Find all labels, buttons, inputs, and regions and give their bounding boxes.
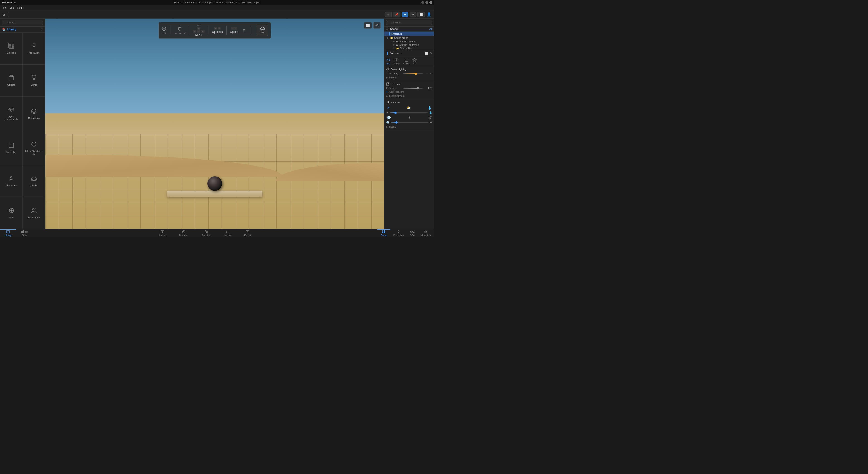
library-item-materials[interactable]: Materials (0, 33, 23, 64)
library-item-user[interactable]: User library (23, 197, 45, 229)
left-search-input[interactable] (2, 20, 43, 25)
move-tool[interactable]: Pan W A S D Move (193, 24, 205, 36)
exposure-slider[interactable] (403, 88, 423, 89)
user-profile-button[interactable]: 👤 (427, 12, 431, 17)
global-lighting-title[interactable]: Global lighting (386, 68, 432, 71)
split-view-btn[interactable]: ⬜ (364, 22, 372, 29)
bottom-tab-viewsets[interactable]: View Sets (418, 229, 434, 237)
bottom-tab-xyz[interactable]: XYZ XYZ (407, 229, 417, 237)
speed-control[interactable]: 1 - 6 Speed (230, 27, 238, 33)
bottom-tab-media[interactable]: Media (220, 229, 235, 237)
scene-graph-starting-base[interactable]: 👁 📁 Starting Base (384, 47, 434, 50)
key-s: S (197, 30, 200, 33)
eye-icon-ground[interactable]: 👁 (393, 40, 395, 43)
bottom-tab-scene[interactable]: Scene (377, 229, 390, 237)
library-item-vegetation[interactable]: Vegetation (23, 33, 45, 64)
weather-slider-1[interactable] (390, 112, 428, 113)
auto-exposure-toggle[interactable]: ● (386, 90, 388, 93)
svg-rect-67 (21, 231, 22, 233)
viewport-area[interactable]: Orbit Look around Pan W A S D M (45, 19, 384, 229)
scene-graph-starting-landscape[interactable]: 👁 🏔 Starting Landscape (384, 43, 434, 47)
time-of-day-slider[interactable] (403, 73, 423, 74)
library-item-objects[interactable]: Objects (0, 65, 23, 96)
ambience-tab-env[interactable]: Env (386, 58, 390, 65)
weather-rain-btn[interactable]: 💧 (427, 106, 432, 110)
look-around-tool[interactable]: Look around (174, 26, 185, 34)
scene-all-btn[interactable]: All (430, 28, 432, 30)
bottom-tab-populate[interactable]: Populate (197, 229, 215, 237)
toolbar-center: ↔ 📌 ✛ ⚙ ⬜ (385, 12, 425, 17)
ambience-header: ▐ Ambience ⬜ 👁 (384, 50, 434, 56)
bottom-tab-library[interactable]: Library (0, 229, 16, 237)
global-lighting-details[interactable]: ▶ Details (386, 76, 432, 80)
home-button[interactable]: ⌂ (3, 12, 5, 17)
tools-icon (8, 207, 14, 215)
lights-icon (31, 75, 37, 82)
camera-icon: ⬜ (420, 13, 423, 16)
weather-cloud-btn[interactable]: ⛅ (406, 106, 411, 110)
bottom-tab-stats[interactable]: 14 Stats (16, 229, 33, 237)
minimize-btn[interactable] (421, 1, 424, 4)
library-item-hdri[interactable]: HDRI environments (0, 96, 23, 131)
fx-icon (412, 58, 416, 62)
main-toolbar: ⌂ ↔ 📌 ✛ ⚙ ⬜ 👤 (0, 10, 434, 19)
ambience-tab-camera[interactable]: Camera (393, 58, 400, 65)
scene-item-graph[interactable]: ▶ 📁 Scene graph (384, 36, 434, 40)
toolbar-settings-tool[interactable]: ⚙ (409, 12, 416, 17)
ambience-tab-fx[interactable]: FX (412, 58, 416, 65)
viewport-settings-btn[interactable]: ⚙ (243, 29, 246, 32)
vp-sep-5 (251, 26, 251, 35)
library-item-vehicles[interactable]: Vehicles (23, 165, 45, 197)
eye-view-btn[interactable]: 👁 (373, 22, 380, 29)
library-item-substance[interactable]: Adobe Substance 3D (23, 131, 45, 165)
svg-marker-77 (227, 232, 228, 233)
toolbar-select-tool[interactable]: ✛ (402, 12, 408, 17)
ambience-layout-icon[interactable]: ⬜ (425, 52, 428, 55)
menu-file[interactable]: File (2, 6, 6, 9)
eye-icon-base[interactable]: 👁 (393, 47, 395, 50)
menu-help[interactable]: Help (18, 6, 23, 9)
menu-edit[interactable]: Edit (9, 6, 14, 9)
library-item-lights[interactable]: Lights (23, 65, 45, 96)
library-item-megascans[interactable]: Megascans (23, 96, 45, 131)
bottom-tab-properties[interactable]: Properties (390, 229, 407, 237)
orbit-tool[interactable]: Orbit (161, 26, 166, 34)
toolbar-camera-tool[interactable]: ⬜ (417, 12, 425, 17)
weather-wind-btn[interactable]: 💨 (386, 115, 392, 120)
left-panel: 📚 Library ♡ Materials Vegetation (0, 19, 45, 229)
bottom-tab-import[interactable]: Import (155, 229, 170, 237)
scene-item-ambience[interactable]: ▐ Ambience (384, 32, 434, 36)
weather-slider-2[interactable] (391, 122, 428, 123)
sphere (208, 176, 222, 191)
bottom-tab-materials[interactable]: Materials (175, 229, 193, 237)
global-lighting-section: Global lighting Time of day 10:30 ▶ Deta… (384, 66, 434, 81)
weather-storm-btn[interactable]: ⛈ (428, 115, 432, 120)
favorites-icon[interactable]: ♡ (40, 28, 43, 31)
updown-tool[interactable]: F E Up/down (212, 27, 223, 33)
eye-icon-landscape[interactable]: 👁 (393, 44, 395, 46)
svg-point-36 (162, 27, 166, 31)
weather-sun-btn[interactable]: ☀ (386, 106, 391, 110)
exposure-title[interactable]: Exposure (386, 83, 432, 86)
right-search-input[interactable] (386, 20, 432, 25)
local-exposure-row[interactable]: ▶ Local exposure (386, 94, 432, 98)
bottom-tab-export[interactable]: Export (240, 229, 255, 237)
toolbar-move-tool[interactable]: ↔ (385, 12, 392, 17)
expand-icon-weather: ▶ (386, 126, 388, 128)
cloud-button[interactable]: Cloud (257, 25, 268, 36)
weather-title[interactable]: Weather (386, 101, 432, 104)
library-item-characters[interactable]: Characters (0, 165, 23, 197)
library-item-sketchfab[interactable]: Sketchfab (0, 131, 23, 165)
library-item-tools[interactable]: Tools (0, 197, 23, 229)
scene-graph-starting-ground[interactable]: 👁 🏔 Starting Ground (384, 40, 434, 43)
weather-details-row[interactable]: ▶ Details (386, 125, 432, 129)
ambience-eye-icon[interactable]: 👁 (430, 52, 432, 55)
close-btn[interactable] (430, 1, 432, 4)
weather-snow-btn[interactable]: ❄ (407, 115, 411, 120)
maximize-btn[interactable] (425, 1, 428, 4)
ambience-tab-render[interactable]: Render (403, 58, 410, 65)
updown-keys: F E (214, 27, 221, 30)
title-bar: Twinmotion Twinmotion education 2023.2.1… (0, 0, 434, 5)
toolbar-pin-tool[interactable]: 📌 (393, 12, 401, 17)
svg-point-89 (425, 231, 427, 233)
